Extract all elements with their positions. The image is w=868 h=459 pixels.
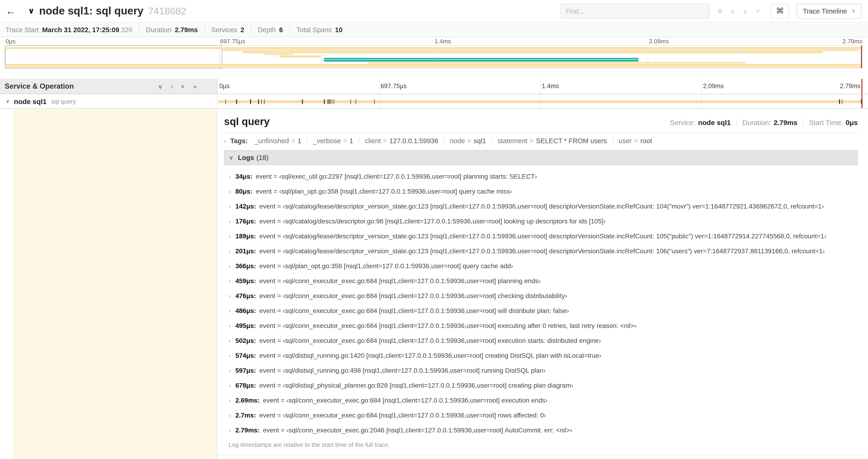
chevron-right-icon: › xyxy=(229,337,231,344)
timeline-tick-label: 2.79ms xyxy=(840,83,861,90)
tag-value: 127.0.0.1:59936 xyxy=(389,137,438,144)
trace-info-value: 2 xyxy=(241,26,244,33)
log-timestamp: 2.79ms: xyxy=(236,426,260,434)
span-detail-title: sql query xyxy=(224,116,670,128)
tag-value: SELECT * FROM users xyxy=(536,137,607,144)
log-row[interactable]: ›476μs:event = ‹sql/conn_executor_exec.g… xyxy=(225,288,858,303)
span-detail-title-row: sql query Service:node sql1Duration:2.79… xyxy=(224,116,858,128)
focus-result-button[interactable]: ⊕ xyxy=(714,4,726,18)
chevron-right-icon: › xyxy=(229,382,231,389)
tags-label: Tags: xyxy=(230,137,248,144)
log-message: event = ‹sql/distsql_running.go:1420 [ns… xyxy=(259,352,601,359)
tag-value: 1 xyxy=(298,137,301,144)
collapse-one-button[interactable]: ∨ xyxy=(158,83,162,89)
back-button[interactable]: ← xyxy=(0,0,22,22)
clear-search-button[interactable]: × xyxy=(751,4,764,18)
find-input[interactable] xyxy=(561,3,710,19)
trace-collapse-chevron-icon[interactable]: ∨ xyxy=(28,6,34,16)
log-row[interactable]: ›2.7ms:event = ‹sql/conn_executor_exec.g… xyxy=(225,408,858,423)
trace-info-value: 2.79ms xyxy=(175,26,198,33)
log-row[interactable]: ›495μs:event = ‹sql/conn_executor_exec.g… xyxy=(225,318,858,333)
expand-one-button[interactable]: › xyxy=(171,83,173,89)
span-row-label[interactable]: ∨ node sql1 sql query xyxy=(0,94,217,108)
log-message: event = ‹sql/conn_executor_exec.go:684 [… xyxy=(259,412,546,419)
log-row[interactable]: ›2.69ms:event = ‹sql/conn_executor_exec.… xyxy=(225,393,858,408)
chevron-right-icon: › xyxy=(229,307,231,314)
focus-icon: ⊕ xyxy=(717,7,723,15)
tag-equals: = xyxy=(634,137,638,144)
chevron-down-icon: ∨ xyxy=(229,154,233,161)
timeline-tick-labels: 0μs697.75μs1.4ms2.09ms2.79ms xyxy=(217,79,862,94)
chevron-right-icon: › xyxy=(229,352,231,359)
tags-toggle-row[interactable]: › Tags: _unfinished=1_verbose=1client=12… xyxy=(224,137,858,144)
log-message: event = ‹sql/catalog/lease/descriptor_ve… xyxy=(259,247,825,255)
detail-column: sql query Service:node sql1Duration:2.79… xyxy=(217,109,862,459)
next-result-button[interactable]: ∨ xyxy=(739,4,751,18)
log-marker-tick xyxy=(328,99,329,104)
log-timestamp: 495μs: xyxy=(236,322,256,329)
log-row[interactable]: ›486μs:event = ‹sql/conn_executor_exec.g… xyxy=(225,303,858,318)
log-row[interactable]: ›597μs:event = ‹sql/distsql_running.go:4… xyxy=(225,363,858,378)
chevron-down-icon: ∨ xyxy=(743,7,748,15)
tag-key: _verbose xyxy=(313,137,341,144)
tree-controls: ∨ › » » xyxy=(158,83,196,89)
span-bar[interactable] xyxy=(218,100,862,103)
log-timestamp: 80μs: xyxy=(236,188,252,195)
log-row[interactable]: ›459μs:event = ‹sql/conn_executor_exec.g… xyxy=(225,273,858,288)
trace-info-item: Services2 xyxy=(211,26,244,33)
tag-item: _verbose=1 xyxy=(313,137,353,144)
chevron-right-icon: › xyxy=(229,248,231,255)
prev-result-button[interactable]: ∧ xyxy=(726,4,739,18)
log-row[interactable]: ›678μs:event = ‹sql/distsql_physical_pla… xyxy=(225,378,858,393)
minimap-tick-label: 2.79ms xyxy=(843,38,862,45)
log-message: event = ‹sql/conn_executor_exec.go:684 [… xyxy=(259,337,601,344)
meta-label: Start Time: xyxy=(809,119,843,126)
log-timestamp: 176μs: xyxy=(236,217,256,225)
log-timestamp: 502μs: xyxy=(236,337,256,344)
trace-info-value: 6 xyxy=(279,26,283,33)
log-message: event = ‹sql/exec_util.go:2297 [nsql1,cl… xyxy=(256,173,537,180)
chevron-right-icon: › xyxy=(171,83,173,90)
span-collapse-chevron-icon[interactable]: ∨ xyxy=(6,98,10,104)
span-row[interactable]: ∨ node sql1 sql query xyxy=(0,94,868,109)
trace-info-item: Total Spans10 xyxy=(296,26,343,33)
minimap-span-bar xyxy=(324,60,639,61)
log-row[interactable]: ›142μs:event = ‹sql/catalog/lease/descri… xyxy=(225,199,858,214)
log-message: event = ‹sql/conn_executor_exec.go:684 [… xyxy=(259,322,636,329)
minimap-span-rows xyxy=(5,47,862,67)
meta-label: Service: xyxy=(670,119,695,126)
collapse-all-button[interactable]: » xyxy=(181,83,185,89)
trace-info-suffix: .326 xyxy=(119,26,132,33)
keyboard-shortcuts-button[interactable]: ⌘ xyxy=(771,3,789,19)
trace-info-label: Depth xyxy=(258,26,276,33)
logs-count: (18) xyxy=(256,154,269,161)
log-row[interactable]: ›189μs:event = ‹sql/catalog/lease/descri… xyxy=(225,229,858,243)
info-divider xyxy=(251,26,251,33)
minimap-cursor-line xyxy=(861,46,862,68)
view-selector-label: Trace Timeline xyxy=(803,7,847,15)
chevron-up-icon: ∧ xyxy=(730,7,735,15)
log-row[interactable]: ›201μs:event = ‹sql/catalog/lease/descri… xyxy=(225,243,858,258)
log-row[interactable]: ›2.79ms:event = ‹sql/conn_executor_exec.… xyxy=(225,423,858,437)
meta-divider xyxy=(736,119,737,126)
log-row[interactable]: ›574μs:event = ‹sql/distsql_running.go:1… xyxy=(225,348,858,363)
log-row[interactable]: ›176μs:event = ‹sql/catalog/descs/descri… xyxy=(225,214,858,229)
tag-item: node=sql1 xyxy=(450,137,486,144)
log-row[interactable]: ›80μs:event = ‹sql/plan_opt.go:358 [nsql… xyxy=(225,184,858,199)
minimap-span-row xyxy=(5,58,862,59)
tag-value: root xyxy=(640,137,652,144)
span-row-timeline[interactable] xyxy=(217,94,862,108)
log-row[interactable]: ›34μs:event = ‹sql/exec_util.go:2297 [ns… xyxy=(225,169,858,184)
expand-all-button[interactable]: » xyxy=(193,83,196,89)
tag-divider xyxy=(444,138,444,144)
log-row[interactable]: ›502μs:event = ‹sql/conn_executor_exec.g… xyxy=(225,333,858,348)
span-operation-name: sql query xyxy=(51,98,76,105)
log-row[interactable]: ›366μs:event = ‹sql/plan_opt.go:358 [nsq… xyxy=(225,258,858,273)
tag-equals: = xyxy=(291,137,295,144)
view-selector-dropdown[interactable]: Trace Timeline ∨ xyxy=(797,3,862,19)
minimap-span-bar xyxy=(265,54,293,55)
minimap-span-row xyxy=(5,62,862,63)
minimap-graph[interactable] xyxy=(5,45,862,69)
logs-header[interactable]: ∨ Logs (18) xyxy=(224,150,858,165)
timeline-tick-label: 0μs xyxy=(217,83,229,90)
